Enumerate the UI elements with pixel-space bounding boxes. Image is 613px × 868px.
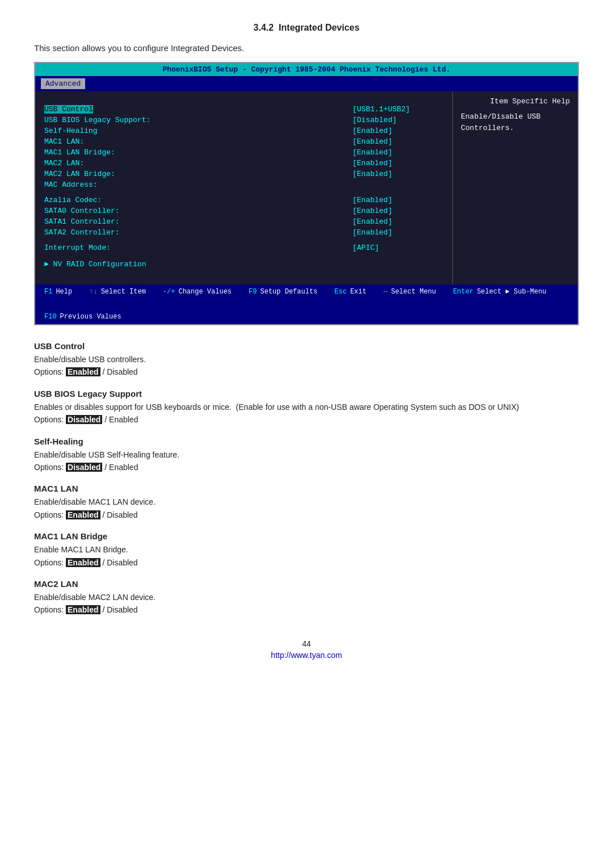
doc-heading-self-healing: Self-Healing — [34, 437, 579, 446]
doc-heading-mac1-lan: MAC1 LAN — [34, 484, 579, 493]
bios-row-mac2-lan-bridge[interactable]: MAC2 LAN Bridge: [Enabled] — [44, 169, 443, 179]
doc-mac1-lan: MAC1 LAN Enable/disable MAC1 LAN device.… — [34, 484, 579, 521]
doc-text-self-healing-1: Enable/disable USB Self-Healing feature. — [34, 448, 579, 461]
submenu-arrow-icon: ► — [44, 260, 53, 269]
doc-options-self-healing: Options: Disabled / Enabled — [34, 461, 579, 473]
doc-heading-usb-control: USB Control — [34, 341, 579, 351]
doc-text-mac2-lan-1: Enable/disable MAC2 LAN device. — [34, 591, 579, 603]
bios-help-panel: Item Specific Help Enable/Disable USB Co… — [453, 91, 578, 284]
bios-nav-bar: Advanced — [35, 76, 578, 91]
bios-label-mac1-lan-bridge: MAC1 LAN Bridge: — [44, 148, 115, 157]
bios-value-azalia: [Enabled] — [352, 196, 443, 204]
bios-footer-f1: F1 Help — [44, 288, 72, 296]
doc-options-usb-bios-legacy: Options: Disabled / Enabled — [34, 413, 579, 426]
bios-help-text: Enable/Disable USB Controllers. — [461, 111, 570, 133]
bios-value-sata2: [Enabled] — [352, 228, 443, 237]
bios-row-mac2-lan[interactable]: MAC2 LAN: [Enabled] — [44, 158, 443, 169]
bios-footer-select-menu: ↔ Select Menu — [384, 288, 436, 296]
bios-nav-advanced[interactable]: Advanced — [41, 78, 85, 89]
website-link[interactable]: http://www.tyan.com — [271, 651, 342, 660]
doc-options-mac1-lan-bridge: Options: Enabled / Disabled — [34, 556, 579, 569]
bios-content-area: USB Control [USB1.1+USB2] USB BIOS Legac… — [35, 91, 578, 284]
bios-label-interrupt: Interrupt Mode: — [44, 244, 111, 252]
section-title: 3.4.2 Integrated Devices — [34, 23, 579, 33]
doc-text-mac1-lan-1: Enable/disable MAC1 LAN device. — [34, 496, 579, 508]
bios-row-mac1-lan[interactable]: MAC1 LAN: [Enabled] — [44, 136, 443, 147]
bios-value-usb-bios-legacy: [Disabled] — [352, 116, 443, 124]
bios-label-mac2-lan-bridge: MAC2 LAN Bridge: — [44, 170, 115, 178]
bios-label-mac-address: MAC Address: — [44, 181, 98, 189]
bios-title-bar: PhoenixBIOS Setup - Copyright 1985-2004 … — [35, 63, 578, 76]
doc-mac2-lan: MAC2 LAN Enable/disable MAC2 LAN device.… — [34, 579, 579, 617]
bios-container: PhoenixBIOS Setup - Copyright 1985-2004 … — [34, 62, 579, 325]
page-number: 44 — [34, 639, 579, 648]
doc-heading-usb-bios-legacy: USB BIOS Legacy Support — [34, 389, 579, 399]
bios-label-mac1-lan: MAC1 LAN: — [44, 137, 84, 146]
bios-value-mac1-lan: [Enabled] — [352, 137, 443, 146]
bios-row-mac-address[interactable]: MAC Address: — [44, 179, 443, 190]
bios-value-mac2-lan-bridge: [Enabled] — [352, 170, 443, 178]
bios-value-mac2-lan: [Enabled] — [352, 159, 443, 167]
doc-usb-control: USB Control Enable/disable USB controlle… — [34, 341, 579, 379]
bios-value-sata1: [Enabled] — [352, 217, 443, 226]
doc-text-mac1-lan-bridge-1: Enable MAC1 LAN Bridge. — [34, 543, 579, 556]
doc-text-usb-bios-legacy-1: Enables or disables support for USB keyb… — [34, 401, 579, 413]
doc-options-mac1-lan: Options: Enabled / Disabled — [34, 509, 579, 521]
bios-row-sata1[interactable]: SATA1 Controller: [Enabled] — [44, 216, 443, 227]
doc-heading-mac2-lan: MAC2 LAN — [34, 579, 579, 589]
doc-options-mac2-lan: Options: Enabled / Disabled — [34, 603, 579, 616]
bios-value-self-healing: [Enabled] — [352, 127, 443, 135]
bios-row-azalia[interactable]: Azalia Codec: [Enabled] — [44, 195, 443, 206]
bios-value-interrupt: [APIC] — [352, 244, 443, 252]
bios-row-usb-control[interactable]: USB Control [USB1.1+USB2] — [44, 104, 443, 115]
bios-label-usb-bios-legacy: USB BIOS Legacy Support: — [44, 116, 150, 124]
doc-mac1-lan-bridge: MAC1 LAN Bridge Enable MAC1 LAN Bridge. … — [34, 531, 579, 569]
bios-label-azalia: Azalia Codec: — [44, 196, 102, 204]
doc-self-healing: Self-Healing Enable/disable USB Self-Hea… — [34, 437, 579, 474]
page-footer: 44 http://www.tyan.com — [34, 639, 579, 660]
bios-row-sata2[interactable]: SATA2 Controller: [Enabled] — [44, 227, 443, 238]
bios-footer-select-item: ↑↓ Select Item — [89, 288, 146, 296]
bios-footer-enter: Enter Select ► Sub-Menu — [453, 288, 546, 296]
doc-text-usb-control-1: Enable/disable USB controllers. — [34, 353, 579, 366]
bios-label-sata0: SATA0 Controller: — [44, 207, 120, 215]
bios-row-self-healing[interactable]: Self-Healing [Enabled] — [44, 125, 443, 136]
bios-row-interrupt[interactable]: Interrupt Mode: [APIC] — [44, 242, 443, 253]
bios-label-usb-control: USB Control — [44, 105, 93, 114]
bios-row-mac1-lan-bridge[interactable]: MAC1 LAN Bridge: [Enabled] — [44, 147, 443, 158]
bios-footer: F1 Help ↑↓ Select Item -/+ Change Values… — [35, 284, 578, 324]
bios-label-self-healing: Self-Healing — [44, 127, 98, 135]
bios-label-sata2: SATA2 Controller: — [44, 228, 120, 237]
bios-value-mac1-lan-bridge: [Enabled] — [352, 148, 443, 157]
bios-footer-change-values: -/+ Change Values — [163, 288, 232, 296]
doc-heading-mac1-lan-bridge: MAC1 LAN Bridge — [34, 531, 579, 541]
bios-footer-f9: F9 Setup Defaults — [249, 288, 317, 296]
bios-settings-panel: USB Control [USB1.1+USB2] USB BIOS Legac… — [35, 91, 453, 284]
bios-help-title: Item Specific Help — [461, 97, 570, 106]
bios-value-usb-control: [USB1.1+USB2] — [352, 105, 443, 114]
doc-options-usb-control: Options: Enabled / Disabled — [34, 366, 579, 378]
bios-row-sata0[interactable]: SATA0 Controller: [Enabled] — [44, 206, 443, 216]
bios-value-mac-address — [352, 181, 443, 189]
bios-label-sata1: SATA1 Controller: — [44, 217, 120, 226]
bios-footer-f10: F10 Previous Values — [44, 313, 121, 321]
doc-usb-bios-legacy: USB BIOS Legacy Support Enables or disab… — [34, 389, 579, 426]
bios-submenu-nv-raid[interactable]: ► NV RAID Configuration — [44, 258, 443, 271]
bios-label-mac2-lan: MAC2 LAN: — [44, 159, 84, 167]
bios-row-usb-bios-legacy[interactable]: USB BIOS Legacy Support: [Disabled] — [44, 115, 443, 125]
bios-footer-esc: Esc Exit — [334, 288, 366, 296]
intro-text: This section allows you to configure Int… — [34, 43, 579, 53]
bios-value-sata0: [Enabled] — [352, 207, 443, 215]
bios-submenu-label: NV RAID Configuration — [53, 260, 146, 269]
